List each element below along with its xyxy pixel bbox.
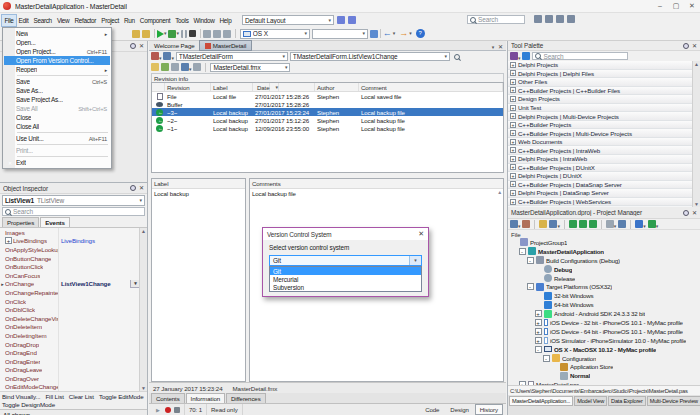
event-row[interactable]: OnDragOver xyxy=(0,374,147,383)
pm-refresh-icon[interactable] xyxy=(569,220,577,228)
expand-icon[interactable]: - xyxy=(527,283,534,290)
chevron-down-icon[interactable]: ▾ xyxy=(518,223,520,229)
new-items-icon[interactable] xyxy=(132,30,140,38)
event-row[interactable]: OnDeletingItem xyxy=(0,331,147,340)
tree-item[interactable]: ProjectGroup1 xyxy=(508,238,700,247)
event-row[interactable]: OnDeleteChangeVisible xyxy=(0,314,147,323)
expand-icon[interactable]: + xyxy=(535,328,542,335)
tree-item[interactable]: - MasterDetailApplication xyxy=(508,247,700,256)
inspector-search-box[interactable]: Search xyxy=(2,207,145,216)
menu[interactable]: Project xyxy=(99,15,122,26)
event-row[interactable]: OnDblClick xyxy=(0,305,147,314)
palette-category[interactable]: + Unit Test xyxy=(508,104,700,113)
compare-icon[interactable] xyxy=(181,63,189,71)
expand-icon[interactable]: + xyxy=(535,310,542,317)
target-platform-combo[interactable]: OS X ▾ xyxy=(240,29,310,39)
palette-category[interactable]: + C++Builder Projects | WebServices xyxy=(508,198,700,207)
quick-action-link[interactable]: Fill List xyxy=(45,393,63,400)
menu[interactable]: Window xyxy=(191,15,217,26)
vcs-option[interactable]: Subversion xyxy=(270,283,421,291)
run-icon[interactable] xyxy=(157,30,164,38)
event-row[interactable]: OnButtonChange xyxy=(0,254,147,263)
inspector-tab[interactable]: Events xyxy=(40,217,70,227)
macro-record-icon[interactable] xyxy=(165,407,171,413)
menu[interactable]: File xyxy=(2,15,16,26)
method-selector-combo[interactable]: TMasterDetailForm.ListView1Change ▾ xyxy=(290,52,450,61)
tree-item[interactable]: - Build Configurations (Debug) xyxy=(508,256,700,265)
chevron-down-icon[interactable]: ▾ xyxy=(159,55,161,61)
menu-item[interactable]: Open Project... Ctrl+F11 xyxy=(4,47,110,56)
palette-category[interactable]: + C++Builder Projects | DataSnap Server xyxy=(508,181,700,190)
mail-icon[interactable] xyxy=(534,15,542,23)
expand-icon[interactable]: + xyxy=(510,156,516,162)
palette-category[interactable]: + Delphi Projects | IntraWeb xyxy=(508,155,700,164)
event-row[interactable]: OnCanFocus xyxy=(0,271,147,280)
event-row[interactable]: OnApplyStyleLookup xyxy=(0,245,147,254)
expand-icon[interactable]: + xyxy=(510,70,516,76)
tree-item[interactable]: - OS X - MacOSX 10.12 - MyMac profile xyxy=(508,345,700,354)
quick-action-link[interactable]: Toggle DesignMode xyxy=(2,401,55,408)
close-icon[interactable]: ✕ xyxy=(692,210,697,216)
event-value[interactable]: ListView1Change xyxy=(61,280,111,287)
comments-panel-header[interactable]: Comments xyxy=(250,179,503,189)
run-until-return-icon[interactable] xyxy=(223,30,231,38)
palette-category[interactable]: + Web Documents xyxy=(508,138,700,147)
quick-action-link[interactable]: Clear List xyxy=(69,393,94,400)
open-file-icon[interactable] xyxy=(142,30,150,38)
revision-row[interactable]: ~1~ Local backup 12/09/2016 23:55:00 Ste… xyxy=(152,124,503,132)
expand-icon[interactable]: + xyxy=(510,190,516,196)
macro-play-icon[interactable] xyxy=(156,406,162,414)
menu-item[interactable]: Use Unit... Alt+F11 xyxy=(4,134,110,143)
tree-item[interactable]: Application Store xyxy=(508,362,700,371)
columns-icon[interactable] xyxy=(193,63,201,71)
column-header[interactable]: Revision xyxy=(165,83,211,91)
expand-icon[interactable]: + xyxy=(510,96,516,102)
palette-wizard-icon[interactable] xyxy=(522,52,530,60)
column-header[interactable]: Comment xyxy=(359,83,503,91)
module-icon[interactable] xyxy=(151,52,159,60)
expand-icon[interactable]: + xyxy=(510,181,516,187)
expand-icon[interactable]: - xyxy=(527,257,534,264)
menu-item[interactable]: Close xyxy=(4,113,110,122)
step-over-icon[interactable] xyxy=(213,30,221,38)
expand-icon[interactable]: + xyxy=(510,79,516,85)
back-icon[interactable] xyxy=(383,29,393,39)
event-row[interactable]: OnDragLeave xyxy=(0,366,147,375)
chevron-down-icon[interactable]: ▾ xyxy=(176,31,178,36)
checkout-icon[interactable] xyxy=(161,63,169,71)
object-selector-combo[interactable]: ListView1 TListView ▾ xyxy=(2,195,145,206)
quick-action-link[interactable]: Bind Visually... xyxy=(2,393,40,400)
manage-platforms-icon[interactable] xyxy=(370,30,378,38)
menu-item[interactable]: Open... xyxy=(4,38,110,47)
search-icon[interactable] xyxy=(454,54,460,60)
tree-item[interactable]: 32-bit Windows xyxy=(508,291,700,300)
editor-tab[interactable]: Welcome Page xyxy=(149,41,200,50)
expand-icon[interactable]: + xyxy=(510,130,516,136)
dock-tab[interactable]: Multi-Device Preview xyxy=(647,396,700,406)
chevron-down-icon[interactable]: ▾ xyxy=(393,31,395,36)
chevron-down-icon[interactable]: ▾ xyxy=(409,31,411,36)
tree-item[interactable]: - Target Platforms (OSX32) xyxy=(508,282,700,291)
menu[interactable]: Refactor xyxy=(72,15,99,26)
expand-icon[interactable]: - xyxy=(535,346,542,353)
help-icon[interactable] xyxy=(416,29,425,38)
column-header[interactable]: Author xyxy=(315,83,359,91)
palette-category[interactable]: + C++Builder Projects | Multi-Device Pro… xyxy=(508,129,700,138)
expand-icon[interactable]: - xyxy=(543,355,550,362)
expand-icon[interactable]: + xyxy=(510,199,516,205)
event-row[interactable]: OnDragEnter xyxy=(0,357,147,366)
event-row[interactable]: +LiveBindings LiveBindings xyxy=(0,237,147,246)
menu-item[interactable]: Save All Shift+Ctrl+S xyxy=(4,104,110,113)
expand-icon[interactable]: + xyxy=(535,319,542,326)
pin-icon[interactable] xyxy=(683,210,689,216)
menu-item[interactable]: Save Project As... xyxy=(4,95,110,104)
menu-item[interactable]: Exit xyxy=(4,158,110,167)
view-button[interactable]: Design xyxy=(445,404,473,415)
save-layout-icon[interactable] xyxy=(337,16,345,24)
tree-item[interactable]: + Android - Android SDK 24.3.3 32 bit xyxy=(508,309,700,318)
form-selector-combo[interactable]: TMasterDetailForm ▾ xyxy=(176,52,288,61)
event-row[interactable]: OnEditModeChange xyxy=(0,383,147,392)
pause-icon[interactable] xyxy=(181,30,187,38)
vcs-option[interactable]: Git xyxy=(270,267,421,275)
chevron-down-icon[interactable]: ▾ xyxy=(656,223,658,229)
